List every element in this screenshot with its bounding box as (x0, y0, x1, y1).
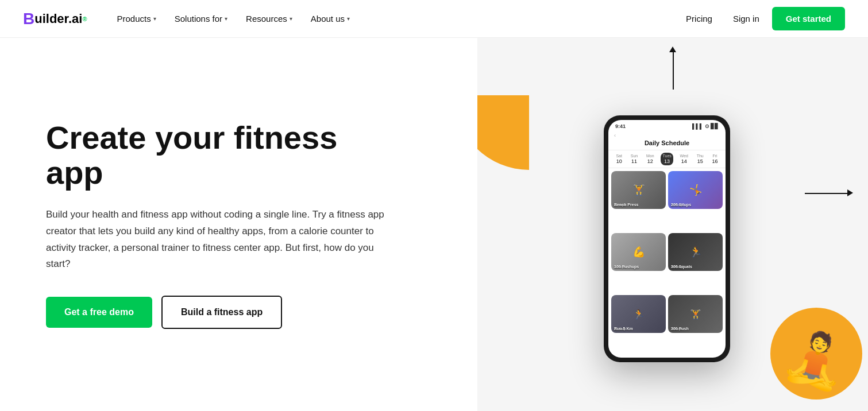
phone-screen: 9:41 ▌▌▌ ⊙ ▊▊ ‹ Daily Schedule Sat 10 S (608, 120, 726, 358)
logo-icon: B (23, 10, 34, 28)
navbar: Builder.ai® Products ▾ Solutions for ▾ R… (0, 0, 868, 38)
phone-workout-grid: 🏋️ Bench Press 20 reps 🤸 200 Situps 20 S… (608, 168, 726, 358)
get-demo-button[interactable]: Get a free demo (46, 297, 152, 328)
cal-day-6[interactable]: Fri 16 (711, 153, 720, 165)
phone-card-2: 💪 100 Pushups 20 reps (611, 233, 666, 271)
phone-mockup: 9:41 ▌▌▌ ⊙ ▊▊ ‹ Daily Schedule Sat 10 S (575, 81, 770, 368)
nav-links: Products ▾ Solutions for ▾ Resources ▾ A… (109, 9, 358, 28)
cal-day-3-active[interactable]: Tues 13 (661, 153, 673, 165)
cal-day-2[interactable]: Mon 12 (645, 153, 656, 165)
phone-status-bar: 9:41 ▌▌▌ ⊙ ▊▊ (608, 120, 726, 130)
phone-card-0: 🏋️ Bench Press 20 reps (611, 171, 666, 209)
phone-header: ‹ Daily Schedule (608, 130, 726, 150)
chevron-down-icon: ▾ (347, 15, 350, 22)
yoga-figure: 🧘 (777, 322, 855, 397)
chevron-down-icon: ▾ (225, 15, 227, 22)
phone-frame: 9:41 ▌▌▌ ⊙ ▊▊ ‹ Daily Schedule Sat 10 S (604, 115, 730, 362)
nav-resources[interactable]: Resources ▾ (238, 9, 300, 28)
yellow-quarter-shape (477, 95, 529, 170)
phone-card-5: 🏋️ 300 Push 20 reps (668, 295, 723, 333)
arrow-right-head (847, 189, 853, 196)
chevron-down-icon: ▾ (153, 15, 156, 22)
arrow-right-line (805, 193, 851, 194)
cal-day-4[interactable]: Wed 14 (678, 153, 690, 165)
nav-solutions[interactable]: Solutions for ▾ (167, 9, 236, 28)
hero-left: Create your fitness app Build your healt… (0, 38, 477, 411)
nav-left: Builder.ai® Products ▾ Solutions for ▾ R… (23, 9, 358, 28)
nav-about-label: About us (311, 14, 345, 24)
nav-products-label: Products (117, 14, 151, 24)
logo[interactable]: Builder.ai® (23, 10, 87, 28)
phone-signal: ▌▌▌ ⊙ ▊▊ (692, 123, 719, 129)
build-fitness-button[interactable]: Build a fitness app (161, 296, 282, 329)
nav-signin[interactable]: Sign in (725, 9, 767, 28)
cal-day-1[interactable]: Sun 11 (629, 153, 639, 165)
cal-day-5[interactable]: Thu 15 (695, 153, 705, 165)
nav-solutions-label: Solutions for (175, 14, 222, 24)
hero-buttons: Get a free demo Build a fitness app (46, 296, 443, 329)
logo-registered: ® (82, 15, 87, 22)
nav-products[interactable]: Products ▾ (109, 9, 164, 28)
phone-card-3: 🏃 300 Squats 20 Step (668, 233, 723, 271)
arrow-up-line (673, 49, 674, 90)
hero-right: 9:41 ▌▌▌ ⊙ ▊▊ ‹ Daily Schedule Sat 10 S (477, 38, 868, 411)
cal-day-0[interactable]: Sat 10 (614, 153, 624, 165)
yoga-circle: 🧘 (770, 308, 862, 400)
hero-section: Create your fitness app Build your healt… (0, 38, 868, 411)
nav-right: Pricing Sign in Get started (678, 7, 845, 30)
get-started-button[interactable]: Get started (772, 7, 845, 30)
hero-title: Create your fitness app (46, 120, 391, 191)
chevron-down-icon: ▾ (290, 15, 292, 22)
nav-about[interactable]: About us ▾ (303, 9, 358, 28)
phone-card-1: 🤸 200 Situps 20 Step (668, 171, 723, 209)
logo-text: uilder.ai (34, 11, 82, 26)
phone-screen-title: Daily Schedule (614, 139, 720, 146)
nav-resources-label: Resources (246, 14, 287, 24)
nav-pricing[interactable]: Pricing (678, 9, 720, 28)
phone-time: 9:41 (615, 123, 626, 129)
arrow-up-head (669, 46, 676, 52)
phone-calendar: Sat 10 Sun 11 Mon 12 Tues (608, 150, 726, 168)
hero-description: Build your health and fitness app withou… (46, 207, 391, 273)
phone-card-4: 🏃 Run 5 Km 20 Step (611, 295, 666, 333)
